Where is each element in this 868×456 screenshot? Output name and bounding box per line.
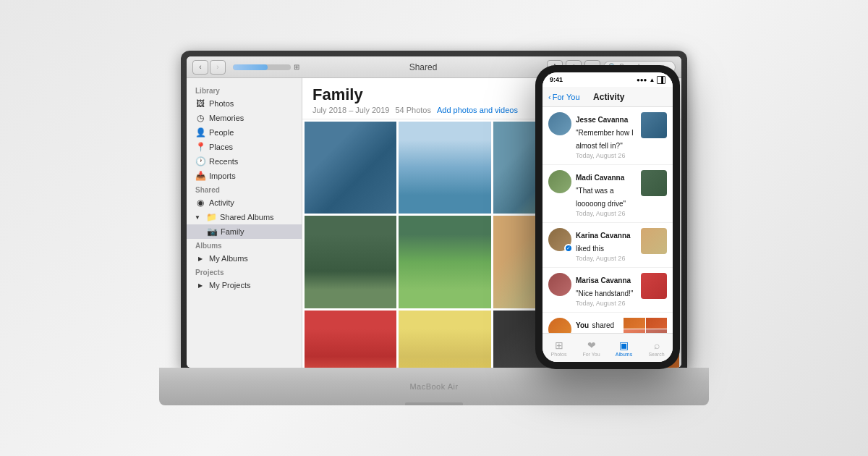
activity-list: Jesse Cavanna "Remember how I almost fel…	[542, 107, 673, 333]
sidebar-family-label: Family	[221, 227, 244, 236]
activity-thumb-4	[641, 273, 667, 299]
tab-for-you-label: For You	[582, 352, 600, 357]
iphone-statusbar: 9:41 ●●● ▲ ▐	[542, 72, 673, 87]
shared-albums-icon: 📁	[206, 212, 216, 222]
activity-item-1[interactable]: Jesse Cavanna "Remember how I almost fel…	[542, 107, 673, 165]
photo-1[interactable]	[305, 122, 396, 214]
sidebar-recents-label: Recents	[209, 157, 238, 166]
activity-item-2[interactable]: Madi Cavanna "That was a looooong drive"…	[542, 165, 673, 223]
iphone-tabbar: ⊞ Photos ❤ For You ▣ Albums ⌕ Search	[542, 333, 673, 362]
sidebar-people-label: People	[209, 128, 234, 137]
date-range: July 2018 – July 2019	[312, 106, 389, 114]
sidebar-photos-label: Photos	[209, 99, 234, 108]
activity-text-1: "Remember how I almost fell in?"	[576, 129, 634, 150]
avatar-jesse	[548, 112, 571, 135]
activity-time-3: Today, August 26	[576, 255, 637, 262]
sidebar-item-people[interactable]: 👤 People	[187, 125, 302, 140]
iphone-back-button[interactable]: ‹ For You	[548, 93, 580, 101]
sidebar-imports-label: Imports	[209, 172, 236, 180]
iphone: 9:41 ●●● ▲ ▐ ‹ For You Activity	[535, 65, 680, 369]
activity-content-1: Jesse Cavanna "Remember how I almost fel…	[576, 112, 637, 159]
signal-icon: ●●●	[637, 77, 647, 83]
collage-1	[624, 318, 645, 329]
activity-name-3: Karina Cavanna	[576, 232, 631, 240]
activity-time-2: Today, August 26	[576, 210, 637, 217]
tab-for-you-icon: ❤	[587, 339, 596, 351]
sidebar-my-albums-label: My Albums	[209, 254, 248, 263]
sidebar-item-family[interactable]: 📷 Family	[187, 224, 302, 239]
sidebar-item-photos[interactable]: 🖼 Photos	[187, 96, 302, 111]
avatar-marisa	[548, 273, 571, 296]
collage-2	[646, 318, 668, 329]
activity-name-1: Jesse Cavanna	[576, 116, 628, 124]
library-label: Library	[187, 84, 302, 96]
avatar-madi	[548, 170, 571, 193]
photo-2[interactable]	[399, 122, 490, 214]
tab-photos-icon: ⊞	[555, 339, 563, 351]
photo-5[interactable]	[305, 216, 396, 308]
wifi-icon: ▲	[649, 77, 655, 83]
activity-content-2: Madi Cavanna "That was a looooong drive"…	[576, 170, 637, 217]
sidebar-my-projects-label: My Projects	[209, 281, 250, 290]
sidebar-item-my-albums[interactable]: ▶ My Albums	[187, 251, 302, 266]
activity-time-4: Today, August 26	[576, 300, 637, 307]
sidebar-shared-albums-label: Shared Albums	[220, 213, 274, 221]
tab-search[interactable]: ⌕ Search	[640, 339, 673, 357]
sidebar-item-imports[interactable]: 📥 Imports	[187, 169, 302, 183]
photos-icon: 🖼	[195, 98, 205, 109]
activity-item-5[interactable]: You shared 55 photos Family	[542, 313, 673, 333]
tab-albums[interactable]: ▣ Albums	[608, 339, 640, 357]
photo-count: 54 Photos	[395, 106, 431, 114]
activity-name-5: You	[576, 321, 589, 329]
activity-content-5: You shared 55 photos Family	[576, 318, 619, 333]
my-projects-expand-icon: ▶	[195, 280, 205, 290]
shared-albums-expand-icon: ▼	[192, 212, 203, 222]
memories-icon: ◷	[195, 113, 205, 123]
tab-search-icon: ⌕	[654, 339, 660, 351]
back-button[interactable]: ‹	[192, 60, 208, 75]
toolbar-nav: ‹ ›	[192, 60, 226, 75]
sidebar-item-activity[interactable]: ◉ Activity	[187, 195, 302, 210]
activity-text-2: "That was a looooong drive"	[576, 187, 626, 208]
sidebar-item-memories[interactable]: ◷ Memories	[187, 111, 302, 125]
sidebar-memories-label: Memories	[209, 114, 244, 122]
my-albums-expand-icon: ▶	[195, 253, 205, 263]
activity-content-3: Karina Cavanna liked this Today, August …	[576, 228, 637, 262]
activity-name-4: Marisa Cavanna	[576, 276, 631, 284]
activity-text-4: "Nice handstand!"	[576, 290, 633, 297]
battery-icon: ▐	[657, 76, 665, 84]
sidebar-item-recents[interactable]: 🕐 Recents	[187, 154, 302, 169]
activity-thumb-2	[641, 170, 667, 196]
activity-content-4: Marisa Cavanna "Nice handstand!" Today, …	[576, 273, 637, 307]
iphone-nav-title: Activity	[580, 92, 638, 102]
iphone-screen: 9:41 ●●● ▲ ▐ ‹ For You Activity	[542, 72, 673, 362]
tab-for-you[interactable]: ❤ For You	[575, 339, 608, 357]
activity-item-4[interactable]: Marisa Cavanna "Nice handstand!" Today, …	[542, 268, 673, 313]
albums-section-label: Albums	[187, 239, 302, 251]
photo-10[interactable]	[399, 311, 490, 368]
recents-icon: 🕐	[195, 156, 205, 166]
photo-6[interactable]	[399, 216, 490, 308]
sidebar-item-shared-albums[interactable]: ▼ 📁 Shared Albums	[187, 210, 302, 224]
forward-button[interactable]: ›	[210, 60, 226, 75]
projects-section-label: Projects	[187, 266, 302, 278]
back-label: For You	[553, 93, 580, 101]
avatar-you	[548, 318, 571, 333]
shared-label: Shared	[187, 183, 302, 195]
back-chevron-icon: ‹	[548, 93, 551, 101]
activity-icon: ◉	[195, 198, 205, 208]
sidebar-activity-label: Activity	[209, 198, 234, 207]
activity-text-3: liked this	[576, 245, 604, 253]
activity-time-1: Today, August 26	[576, 152, 637, 159]
add-photos-link[interactable]: Add photos and videos	[437, 106, 518, 114]
activity-thumb-1	[641, 112, 667, 138]
iphone-time: 9:41	[550, 76, 637, 83]
tab-albums-label: Albums	[616, 352, 632, 357]
sidebar-item-places[interactable]: 📍 Places	[187, 140, 302, 154]
activity-name-2: Madi Cavanna	[576, 174, 624, 182]
progress-bar	[233, 64, 291, 70]
activity-item-3[interactable]: ✓ Karina Cavanna liked this Today, Augus…	[542, 223, 673, 268]
photo-9[interactable]	[305, 311, 396, 368]
tab-photos[interactable]: ⊞ Photos	[542, 339, 575, 357]
sidebar-item-my-projects[interactable]: ▶ My Projects	[187, 278, 302, 292]
